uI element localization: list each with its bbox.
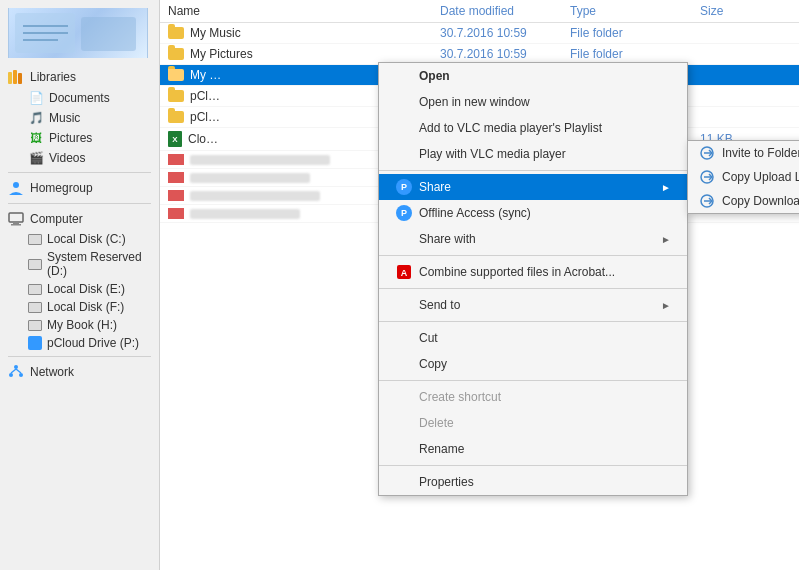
properties-icon	[395, 474, 413, 490]
cut-icon	[395, 330, 413, 346]
acrobat-icon: A	[395, 264, 413, 280]
sidebar-item-videos[interactable]: 🎬 Videos	[0, 148, 159, 168]
context-menu: Open Open in new window Add to VLC media…	[378, 62, 688, 496]
ctx-delete[interactable]: Delete	[379, 410, 687, 436]
header-size[interactable]: Size	[700, 4, 780, 18]
ctx-vlc-add[interactable]: Add to VLC media player's Playlist	[379, 115, 687, 141]
sidebar: Libraries 📄 Documents 🎵 Music 🖼 Pictures…	[0, 0, 160, 570]
header-type[interactable]: Type	[570, 4, 700, 18]
send-to-icon	[395, 297, 413, 313]
svg-point-8	[13, 182, 19, 188]
sidebar-item-music[interactable]: 🎵 Music	[0, 108, 159, 128]
submenu-copy-download-link[interactable]: Copy Download Link	[688, 189, 799, 213]
folder-icon	[168, 48, 184, 60]
pictures-icon: 🖼	[28, 130, 44, 146]
libraries-label: Libraries	[30, 70, 76, 84]
sidebar-logo	[8, 8, 148, 58]
svg-rect-11	[11, 224, 21, 226]
svg-rect-9	[9, 213, 23, 222]
svg-point-14	[19, 373, 23, 377]
submenu-arrow-2: ►	[661, 234, 671, 245]
invite-folder-icon	[698, 146, 716, 160]
main-area: Name Date modified Type Size My Music 30…	[160, 0, 799, 570]
svg-text:A: A	[401, 268, 408, 278]
vlc-play-icon	[395, 146, 413, 162]
folder-icon	[168, 90, 184, 102]
submenu-copy-upload-link[interactable]: Copy Upload Link	[688, 165, 799, 189]
share-submenu: Invite to Folder Copy Upload Link	[687, 140, 799, 214]
sidebar-item-local-f[interactable]: Local Disk (F:)	[0, 298, 159, 316]
rename-icon	[395, 441, 413, 457]
open-icon	[395, 68, 413, 84]
header-name[interactable]: Name	[160, 4, 440, 18]
svg-rect-10	[13, 222, 19, 224]
sidebar-group-computer[interactable]: Computer	[0, 208, 159, 230]
disk-icon-f	[28, 302, 42, 313]
ctx-create-shortcut[interactable]: Create shortcut	[379, 384, 687, 410]
sidebar-group-homegroup[interactable]: Homegroup	[0, 177, 159, 199]
copy-icon	[395, 356, 413, 372]
svg-line-15	[11, 369, 16, 373]
ctx-offline-access[interactable]: P Offline Access (sync)	[379, 200, 687, 226]
folder-icon	[168, 27, 184, 39]
ctx-acrobat[interactable]: A Combine supported files in Acrobat...	[379, 259, 687, 285]
svg-rect-1	[81, 17, 136, 51]
share-with-icon	[395, 231, 413, 247]
svg-point-12	[14, 365, 18, 369]
ctx-vlc-play[interactable]: Play with VLC media player	[379, 141, 687, 167]
ctx-cut[interactable]: Cut	[379, 325, 687, 351]
svg-rect-5	[8, 72, 12, 84]
file-row-my-music[interactable]: My Music 30.7.2016 10:59 File folder	[160, 23, 799, 44]
disk-icon-h	[28, 320, 42, 331]
ctx-share-with[interactable]: Share with ►	[379, 226, 687, 252]
sidebar-item-documents[interactable]: 📄 Documents	[0, 88, 159, 108]
create-shortcut-icon	[395, 389, 413, 405]
ctx-properties[interactable]: Properties	[379, 469, 687, 495]
open-new-window-icon	[395, 94, 413, 110]
disk-icon-c	[28, 234, 42, 245]
folder-icon	[168, 69, 184, 81]
sidebar-item-local-c[interactable]: Local Disk (C:)	[0, 230, 159, 248]
documents-icon: 📄	[28, 90, 44, 106]
pcloud-offline-icon: P	[395, 205, 413, 221]
submenu-arrow-3: ►	[661, 300, 671, 311]
library-icon	[8, 69, 24, 85]
music-icon: 🎵	[28, 110, 44, 126]
sidebar-group-libraries[interactable]: Libraries	[0, 66, 159, 88]
sidebar-item-pcloud-p[interactable]: pCloud Drive (P:)	[0, 334, 159, 352]
homegroup-icon	[8, 180, 24, 196]
ctx-rename[interactable]: Rename	[379, 436, 687, 462]
ctx-copy[interactable]: Copy	[379, 351, 687, 377]
svg-rect-7	[18, 73, 22, 84]
computer-icon	[8, 211, 24, 227]
sidebar-item-system-d[interactable]: System Reserved (D:)	[0, 248, 159, 280]
header-date[interactable]: Date modified	[440, 4, 570, 18]
disk-icon-d	[28, 259, 42, 270]
excel-icon: X	[168, 131, 182, 147]
svg-line-16	[16, 369, 21, 373]
sidebar-item-pictures[interactable]: 🖼 Pictures	[0, 128, 159, 148]
ctx-open[interactable]: Open	[379, 63, 687, 89]
sidebar-item-local-e[interactable]: Local Disk (E:)	[0, 280, 159, 298]
file-list-header: Name Date modified Type Size	[160, 0, 799, 23]
videos-icon: 🎬	[28, 150, 44, 166]
ctx-share[interactable]: P Share ►	[379, 174, 687, 200]
copy-download-link-icon	[698, 194, 716, 208]
delete-icon	[395, 415, 413, 431]
ctx-open-new-window[interactable]: Open in new window	[379, 89, 687, 115]
vlc-add-icon	[395, 120, 413, 136]
pcloud-share-icon: P	[395, 179, 413, 195]
submenu-arrow: ►	[661, 182, 671, 193]
svg-rect-6	[13, 70, 17, 84]
sidebar-group-network[interactable]: Network	[0, 361, 159, 383]
folder-icon	[168, 111, 184, 123]
submenu-invite-folder[interactable]: Invite to Folder	[688, 141, 799, 165]
svg-point-13	[9, 373, 13, 377]
network-icon	[8, 364, 24, 380]
sidebar-item-mybook-h[interactable]: My Book (H:)	[0, 316, 159, 334]
copy-upload-link-icon	[698, 170, 716, 184]
disk-icon-e	[28, 284, 42, 295]
pcloud-drive-icon	[28, 336, 42, 350]
ctx-send-to[interactable]: Send to ►	[379, 292, 687, 318]
